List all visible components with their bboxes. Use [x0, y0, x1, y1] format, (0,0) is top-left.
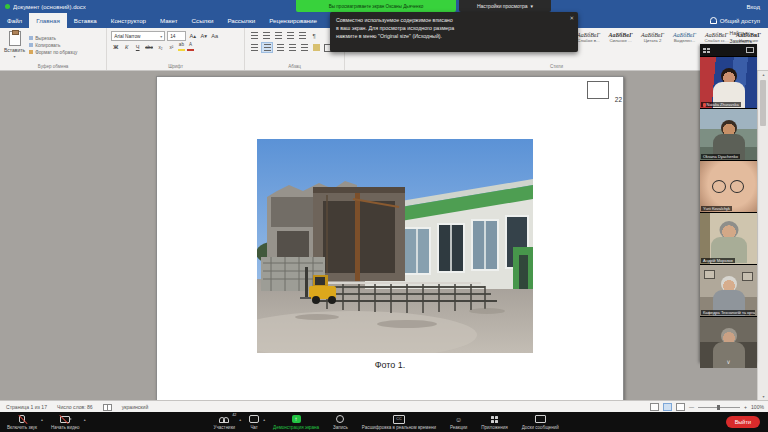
tab-insert[interactable]: Вставка: [67, 13, 104, 28]
share-document-button[interactable]: Общий доступ: [710, 13, 768, 28]
align-right-button[interactable]: [275, 43, 285, 52]
style-item[interactable]: АаБбВвГВыделен...: [669, 31, 700, 43]
record-button[interactable]: Запись: [326, 415, 355, 430]
bullet-list-button[interactable]: [249, 31, 259, 40]
format-painter-button[interactable]: Формат по образцу: [29, 50, 77, 55]
find-button[interactable]: Найти ▾: [730, 30, 752, 38]
document-canvas[interactable]: 22: [0, 70, 768, 400]
show-marks-button[interactable]: ¶: [309, 31, 319, 40]
zoom-slider-thumb[interactable]: [717, 405, 720, 410]
print-layout-icon[interactable]: [663, 403, 672, 411]
tab-file[interactable]: Файл: [0, 13, 29, 28]
participant-name-label: Oksana Dyachenko: [701, 154, 740, 159]
style-item[interactable]: АаБбВвГСлабая сс...: [701, 31, 732, 43]
video-tile[interactable]: Кафедра Технологій та організа...: [700, 264, 757, 316]
scroll-down-icon[interactable]: ▾: [758, 392, 768, 400]
web-layout-icon[interactable]: [676, 403, 685, 411]
video-options-caret[interactable]: ▴: [84, 417, 86, 422]
superscript-button[interactable]: x²: [167, 43, 176, 51]
grow-font-button[interactable]: А▴: [188, 32, 197, 40]
video-tile[interactable]: Yurii Kovalchyk: [700, 160, 757, 212]
view-options-button[interactable]: Настройки просмотра ▾: [459, 0, 551, 12]
page-indicator[interactable]: Страница 1 из 17: [6, 404, 47, 410]
word-count[interactable]: Число слов: 86: [57, 404, 93, 410]
copy-button[interactable]: Копировать: [29, 43, 77, 48]
cut-button[interactable]: Вырезать: [29, 36, 77, 41]
scroll-up-icon[interactable]: ▴: [758, 70, 768, 78]
chat-button[interactable]: ▴ Чат: [242, 415, 266, 430]
tab-review[interactable]: Рецензирование: [262, 13, 324, 28]
scrollbar-thumb[interactable]: [760, 80, 766, 126]
zoom-out-button[interactable]: —: [689, 404, 694, 410]
line-spacing-button[interactable]: [299, 43, 309, 52]
tab-mailings[interactable]: Рассылки: [220, 13, 262, 28]
align-center-button[interactable]: [261, 42, 273, 53]
style-label: Слабая сс...: [701, 38, 732, 43]
document-title: Документ (основний).docx: [13, 4, 86, 10]
style-item[interactable]: АаБбВвГСильное ...: [605, 31, 636, 43]
align-center-icon: [264, 44, 271, 51]
zoom-in-button[interactable]: +: [744, 404, 747, 410]
multilevel-list-button[interactable]: [273, 31, 283, 40]
document-scrollbar[interactable]: ▴ ▾: [757, 70, 768, 400]
align-left-button[interactable]: [249, 43, 259, 52]
participants-caret[interactable]: ▴: [239, 417, 241, 422]
proofing-icon[interactable]: [103, 404, 112, 411]
document-photo[interactable]: [257, 139, 533, 353]
building-photo-graphic: [257, 139, 533, 353]
video-tile[interactable]: Natalia Zhuravska: [700, 56, 757, 108]
camera-off-icon: [60, 415, 70, 424]
whiteboards-button[interactable]: Доски сообщений: [515, 415, 566, 430]
apps-button[interactable]: Приложения: [474, 415, 514, 430]
popout-panel-icon[interactable]: [746, 47, 754, 53]
video-tile[interactable]: Oksana Dyachenko: [700, 108, 757, 160]
zoom-level[interactable]: 100%: [751, 404, 764, 410]
font-size-combo[interactable]: 14: [167, 31, 186, 41]
video-tile[interactable]: ∨: [700, 316, 757, 368]
document-page[interactable]: 22: [156, 76, 624, 402]
tab-home[interactable]: Главная: [29, 13, 67, 28]
chevron-down-icon: ▾: [160, 34, 162, 39]
page-number: 22: [615, 96, 622, 103]
paste-button[interactable]: Вставить ▾: [4, 31, 25, 59]
video-tile[interactable]: Андрій Морозов: [700, 212, 757, 264]
highlight-button[interactable]: ab: [178, 43, 185, 51]
tab-references[interactable]: Ссылки: [185, 13, 221, 28]
start-video-button[interactable]: ▴ Начать видео: [44, 415, 87, 430]
tab-design[interactable]: Конструктор: [104, 13, 153, 28]
increase-indent-button[interactable]: [297, 31, 307, 40]
tab-layout[interactable]: Макет: [153, 13, 185, 28]
subscript-button[interactable]: x₂: [156, 43, 165, 51]
participant-name-label: Yurii Kovalchyk: [701, 206, 732, 211]
change-case-button[interactable]: Аа: [210, 32, 219, 40]
chat-caret[interactable]: ▴: [263, 417, 265, 422]
reactions-button[interactable]: ☺ Реакции: [443, 415, 474, 430]
gallery-view-icon[interactable]: [703, 48, 710, 53]
decrease-indent-button[interactable]: [285, 31, 295, 40]
mic-options-caret[interactable]: ▴: [41, 417, 43, 422]
justify-button[interactable]: [287, 43, 297, 52]
sign-in-button[interactable]: Вход: [746, 4, 768, 10]
strikethrough-button[interactable]: abc: [144, 43, 154, 51]
language-indicator[interactable]: украинский: [122, 404, 149, 410]
font-name-combo[interactable]: Arial Narrow ▾: [111, 31, 165, 41]
style-item[interactable]: АаБбВвГЦитата 2: [637, 31, 668, 43]
font-color-button[interactable]: А: [187, 43, 194, 51]
participants-button[interactable]: ▴ 42 Участники: [207, 415, 243, 430]
leave-meeting-button[interactable]: Выйти: [726, 416, 760, 428]
unmute-button[interactable]: ▴ Включить звук: [0, 415, 44, 430]
read-mode-icon[interactable]: [650, 403, 659, 411]
screen-share-banner: Вы просматриваете экран Оксаны Дьяченко: [296, 0, 456, 12]
shrink-font-button[interactable]: А▾: [199, 32, 208, 40]
shading-button[interactable]: [311, 43, 321, 52]
collapse-panel-icon[interactable]: ∨: [726, 359, 730, 365]
numbered-list-button[interactable]: [261, 31, 271, 40]
bold-button[interactable]: Ж: [111, 43, 120, 51]
live-transcript-button[interactable]: CC Расшифровка в реальном времени: [355, 415, 443, 430]
italic-button[interactable]: К: [122, 43, 131, 51]
zoom-slider[interactable]: [698, 407, 740, 408]
underline-button[interactable]: Ч: [133, 43, 142, 51]
chat-icon: [249, 415, 259, 424]
close-icon[interactable]: ✕: [569, 14, 574, 23]
share-screen-button[interactable]: ↑ Демонстрация экрана: [266, 415, 326, 430]
